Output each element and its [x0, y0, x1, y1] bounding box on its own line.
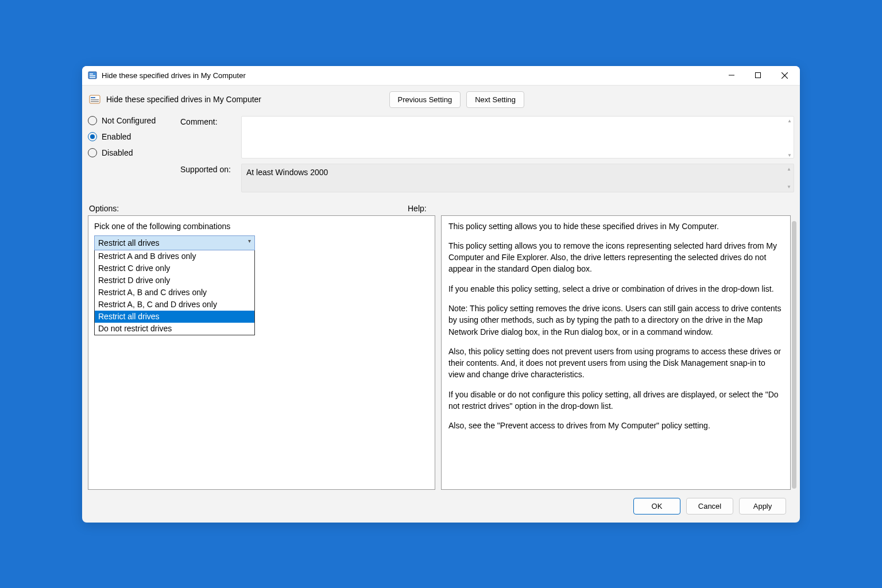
svg-rect-2 — [90, 75, 95, 76]
section-labels: Options: Help: — [88, 196, 794, 215]
radio-disabled[interactable]: Disabled — [88, 148, 177, 157]
svg-rect-1 — [90, 74, 93, 75]
window-controls — [718, 66, 798, 84]
policy-app-icon — [88, 71, 97, 80]
help-panel: This policy setting allows you to hide t… — [441, 215, 791, 490]
comment-label: Comment: — [180, 116, 238, 160]
svg-rect-10 — [91, 99, 99, 100]
dropdown-item[interactable]: Restrict C drive only — [95, 262, 254, 274]
comment-textarea[interactable] — [241, 116, 794, 158]
close-button[interactable] — [771, 66, 798, 84]
nav-buttons: Previous Setting Next Setting — [389, 91, 525, 108]
svg-rect-11 — [91, 101, 99, 102]
help-paragraph: If you disable or do not configure this … — [448, 389, 783, 412]
supported-label: Supported on: — [180, 164, 238, 192]
svg-rect-3 — [90, 77, 95, 78]
dropdown-item[interactable]: Restrict A, B and C drives only — [95, 287, 254, 299]
drive-restriction-combo[interactable]: Restrict all drives — [94, 235, 255, 250]
dropdown-item[interactable]: Restrict A and B drives only — [95, 250, 254, 262]
radio-not-configured[interactable]: Not Configured — [88, 116, 177, 125]
content-area: Hide these specified drives in My Comput… — [82, 86, 800, 523]
window-title: Hide these specified drives in My Comput… — [102, 71, 718, 80]
header-row: Hide these specified drives in My Comput… — [88, 89, 794, 114]
dropdown-item[interactable]: Restrict A, B, C and D drives only — [95, 299, 254, 311]
policy-icon — [89, 94, 100, 105]
previous-setting-button[interactable]: Previous Setting — [389, 91, 461, 108]
help-section-label: Help: — [408, 204, 427, 213]
help-paragraph: This policy setting allows you to remove… — [448, 240, 783, 275]
scrollbar[interactable] — [792, 221, 796, 489]
titlebar: Hide these specified drives in My Comput… — [82, 66, 800, 86]
svg-rect-5 — [756, 73, 761, 78]
help-paragraph: If you enable this policy setting, selec… — [448, 283, 783, 295]
supported-on-box: At least Windows 2000 ▲ ▼ — [241, 164, 794, 192]
dropdown-item[interactable]: Restrict D drive only — [95, 274, 254, 287]
radio-label-enabled: Enabled — [102, 132, 131, 141]
dropdown-item[interactable]: Do not restrict drives — [95, 323, 254, 335]
options-section-label: Options: — [89, 204, 408, 213]
svg-rect-9 — [91, 97, 95, 98]
radio-label-disabled: Disabled — [102, 148, 133, 157]
scroll-down-icon: ▼ — [787, 184, 791, 189]
scroll-up-icon: ▲ — [787, 118, 792, 123]
help-paragraph: Also, this policy setting does not preve… — [448, 346, 783, 381]
combo-label: Pick one of the following combinations — [94, 222, 429, 231]
supported-on-value: At least Windows 2000 — [246, 168, 328, 177]
panels-row: Pick one of the following combinations R… — [88, 215, 794, 490]
footer-buttons: OK Cancel Apply — [88, 490, 794, 523]
radio-enabled[interactable]: Enabled — [88, 132, 177, 141]
drive-restriction-dropdown: Restrict A and B drives onlyRestrict C d… — [94, 250, 255, 335]
state-radio-group: Not Configured Enabled Disabled — [88, 116, 177, 160]
dropdown-item[interactable]: Restrict all drives — [95, 311, 254, 323]
next-setting-button[interactable]: Next Setting — [466, 91, 524, 108]
ok-button[interactable]: OK — [633, 498, 680, 514]
combo-selected-value: Restrict all drives — [98, 238, 160, 247]
policy-title: Hide these specified drives in My Comput… — [106, 95, 384, 104]
cancel-button[interactable]: Cancel — [686, 498, 733, 514]
scroll-up-icon: ▲ — [787, 167, 791, 172]
policy-dialog-window: Hide these specified drives in My Comput… — [82, 66, 800, 523]
help-paragraph: Note: This policy setting removes the dr… — [448, 303, 783, 338]
minimize-button[interactable] — [718, 66, 745, 84]
help-paragraph: Also, see the "Prevent access to drives … — [448, 420, 783, 431]
scroll-down-icon: ▼ — [787, 153, 792, 158]
apply-button[interactable]: Apply — [739, 498, 786, 514]
help-paragraph: This policy setting allows you to hide t… — [448, 220, 783, 232]
config-grid: Not Configured Enabled Disabled Comment:… — [88, 114, 794, 196]
options-panel: Pick one of the following combinations R… — [88, 215, 435, 490]
radio-label-not-configured: Not Configured — [102, 116, 156, 125]
maximize-button[interactable] — [745, 66, 771, 84]
